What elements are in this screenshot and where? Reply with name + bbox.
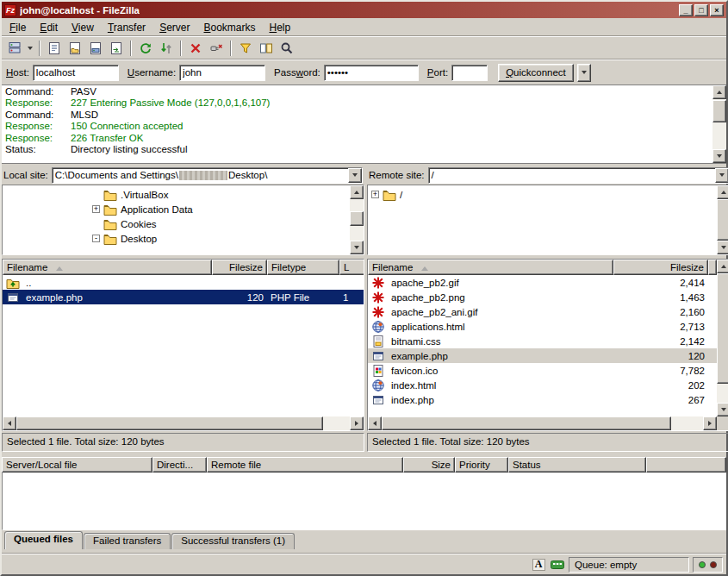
site-manager-dropdown[interactable] <box>25 39 35 58</box>
local-column-header-filesize[interactable]: Filesize <box>212 260 267 275</box>
tab-successful-transfers-1[interactable]: Successful transfers (1) <box>171 533 295 549</box>
scroll-track[interactable] <box>717 273 728 403</box>
process-queue-icon[interactable] <box>156 39 177 58</box>
menu-bookmarks[interactable]: Bookmarks <box>196 20 262 35</box>
local-site-dropdown[interactable] <box>348 168 362 183</box>
tree-item-item[interactable]: +/ <box>368 187 728 202</box>
compare-icon[interactable] <box>256 39 277 58</box>
local-column-header-filetype[interactable]: Filetype <box>267 260 339 275</box>
quickconnect-dropdown[interactable] <box>577 64 591 82</box>
remote-file-row-apache-pb2-gif[interactable]: apache_pb2.gif2,414 <box>368 275 717 290</box>
remote-column-header-filename[interactable]: Filename <box>368 260 613 275</box>
remote-site-dropdown[interactable] <box>715 168 728 183</box>
tree-item-application-data[interactable]: +Application Data <box>3 202 364 216</box>
remote-site-combo[interactable]: / <box>428 167 728 184</box>
scroll-down-button[interactable] <box>717 403 728 416</box>
scroll-thumb[interactable] <box>350 211 364 226</box>
scroll-up-button[interactable] <box>350 185 364 199</box>
site-manager-icon[interactable] <box>4 39 25 58</box>
menu-view[interactable]: View <box>65 20 101 35</box>
scroll-left-button[interactable] <box>368 416 382 430</box>
remote-file-row-index-php[interactable]: index.php267 <box>368 392 717 407</box>
scroll-track[interactable] <box>717 199 728 241</box>
filter-icon[interactable] <box>235 39 256 58</box>
menu-edit[interactable]: Edit <box>33 20 65 35</box>
scroll-track[interactable] <box>712 99 726 149</box>
remote-file-row-apache-pb2-ani-gif[interactable]: apache_pb2_ani.gif2,160 <box>368 304 717 319</box>
refresh-icon[interactable] <box>135 39 156 58</box>
remote-file-row-favicon-ico[interactable]: favicon.ico7,782 <box>368 363 717 378</box>
log-scrollbar[interactable] <box>712 85 726 163</box>
host-input[interactable] <box>33 65 119 81</box>
remote-file-row-bitnami-css[interactable]: bitnami.css2,142 <box>368 334 717 348</box>
remote-file-row-example-php[interactable]: example.php120 <box>368 348 717 363</box>
local-tree-scrollbar[interactable] <box>350 185 364 254</box>
menu-help[interactable]: Help <box>263 20 298 35</box>
quickconnect-button[interactable]: Quickconnect <box>498 64 574 82</box>
remote-file-row-apache-pb2-png[interactable]: apache_pb2.png1,463 <box>368 290 717 304</box>
scroll-thumb[interactable] <box>16 416 323 430</box>
remote-file-row-index-html[interactable]: index.html202 <box>368 378 717 392</box>
queue-column-header-priority[interactable]: Priority <box>455 457 508 473</box>
scroll-up-button[interactable] <box>712 85 726 99</box>
scroll-right-button[interactable] <box>703 416 717 430</box>
remote-file-row-applications-html[interactable]: applications.html2,713 <box>368 319 717 334</box>
remote-hscrollbar[interactable] <box>368 416 717 430</box>
toggle-remote-tree-icon[interactable] <box>85 39 106 58</box>
expand-icon[interactable]: + <box>92 205 100 213</box>
scroll-up-button[interactable] <box>717 260 728 273</box>
local-file-row-example-php[interactable]: example.php120PHP File1 <box>3 290 364 304</box>
scroll-left-button[interactable] <box>3 416 16 430</box>
keys-icon[interactable] <box>550 558 565 572</box>
menu-server[interactable]: Server <box>152 20 196 35</box>
toggle-local-tree-icon[interactable] <box>65 39 85 58</box>
queue-column-header-directi[interactable]: Directi... <box>152 457 207 473</box>
queue-column-header-remote-file[interactable]: Remote file <box>207 457 403 473</box>
close-button[interactable]: × <box>710 4 724 16</box>
menu-file[interactable]: File <box>3 20 33 35</box>
scroll-thumb[interactable] <box>717 273 728 384</box>
scroll-down-button[interactable] <box>712 149 726 163</box>
minimize-button[interactable]: _ <box>679 4 693 16</box>
local-file-row-item[interactable]: .. <box>3 275 364 290</box>
expand-icon[interactable]: + <box>371 191 379 198</box>
scroll-down-button[interactable] <box>717 241 728 254</box>
scroll-thumb[interactable] <box>717 199 728 241</box>
local-column-header-filename[interactable]: Filename <box>3 260 212 275</box>
titlebar[interactable]: Fz john@localhost - FileZilla _ □ × <box>2 2 726 18</box>
local-hscrollbar[interactable] <box>3 416 364 430</box>
scroll-right-button[interactable] <box>350 416 364 430</box>
remote-tree-scrollbar[interactable] <box>717 185 728 254</box>
queue-column-header-size[interactable]: Size <box>403 457 455 473</box>
disconnect-icon[interactable] <box>206 39 227 58</box>
maximize-button[interactable]: □ <box>694 4 708 16</box>
tree-item-virtualbox[interactable]: .VirtualBox <box>3 187 364 202</box>
local-site-combo[interactable]: C:\Documents and Settings\Desktop\ <box>52 167 363 184</box>
scroll-thumb[interactable] <box>712 100 726 122</box>
tab-queued-files[interactable]: Queued files <box>4 531 83 549</box>
username-input[interactable] <box>179 65 265 81</box>
scroll-track[interactable] <box>350 199 364 241</box>
tree-item-desktop[interactable]: -Desktop <box>3 231 364 246</box>
scroll-track[interactable] <box>382 416 703 430</box>
queue-column-header-server-local-file[interactable]: Server/Local file <box>2 457 152 473</box>
scroll-down-button[interactable] <box>350 241 364 254</box>
local-column-header-l[interactable]: L <box>339 260 364 275</box>
find-icon[interactable] <box>277 39 297 58</box>
password-input[interactable] <box>324 65 419 81</box>
scroll-thumb[interactable] <box>382 416 671 430</box>
cancel-icon[interactable] <box>185 39 206 58</box>
menu-transfer[interactable]: Transfer <box>101 20 152 35</box>
port-input[interactable] <box>451 65 488 81</box>
remote-vscrollbar[interactable] <box>717 260 728 416</box>
scroll-track[interactable] <box>16 416 350 430</box>
remote-column-header-filesize[interactable]: Filesize <box>613 260 708 275</box>
toggle-log-icon[interactable] <box>44 39 65 58</box>
collapse-icon[interactable]: - <box>92 235 100 242</box>
tree-item-cookies[interactable]: Cookies <box>3 216 364 231</box>
queue-column-header-status[interactable]: Status <box>508 457 646 473</box>
transfer-type-icon[interactable]: A <box>531 558 546 572</box>
toggle-queue-icon[interactable] <box>106 39 127 58</box>
tab-failed-transfers[interactable]: Failed transfers <box>84 533 171 549</box>
scroll-up-button[interactable] <box>717 185 728 199</box>
